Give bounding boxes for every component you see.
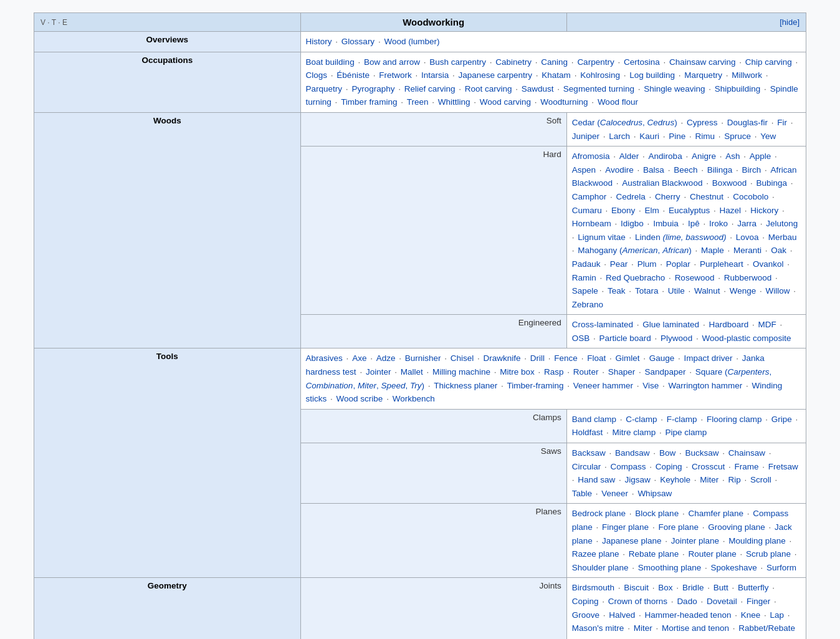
occupations-row: Occupations Boat building · Bow and arro… [34,52,806,112]
vte-label: V · T · E [34,13,301,32]
woods-hard-content: Afromosia · Alder · Andiroba · Anigre · … [566,147,806,315]
hide-button[interactable]: [hide] [566,13,806,32]
overviews-row: Overviews History · Glossary · Wood (lum… [34,32,806,52]
woods-header: Woods [34,112,301,348]
header-row: V · T · E Woodworking [hide] [34,13,806,32]
woodworking-navbox: V · T · E Woodworking [hide] Overviews H… [34,12,806,639]
woods-engineered-label: Engineered [300,315,566,348]
tools-main-content: Abrasives · Axe · Adze · Burnisher · Chi… [300,348,806,409]
geometry-joints-row: Geometry Joints Birdsmouth · Biscuit · B… [34,578,806,639]
tools-saws-label: Saws [300,443,566,504]
geometry-joints-content: Birdsmouth · Biscuit · Box · Bridle · Bu… [566,578,806,639]
overviews-header: Overviews [34,32,301,52]
occupations-content: Boat building · Bow and arrow · Bush car… [300,52,806,112]
woods-soft-label: Soft [300,112,566,146]
occupations-header: Occupations [34,52,301,112]
woods-soft-content: Cedar (Calocedrus, Cedrus) · Cypress · D… [566,112,806,146]
woods-soft-row: Woods Soft Cedar (Calocedrus, Cedrus) · … [34,112,806,146]
woods-hard-label: Hard [300,147,566,315]
tools-saws-content: Backsaw · Bandsaw · Bow · Bucksaw · Chai… [566,443,806,504]
geometry-header: Geometry [34,578,301,639]
tools-planes-content: Bedrock plane · Block plane · Chamfer pl… [566,504,806,578]
tools-planes-label: Planes [300,504,566,578]
woods-engineered-content: Cross-laminated · Glue laminated · Hardb… [566,315,806,348]
tools-clamps-content: Band clamp · C-clamp · F-clamp · Floorin… [566,409,806,443]
tools-clamps-label: Clamps [300,409,566,443]
table-title: Woodworking [300,13,566,32]
overviews-content: History · Glossary · Wood (lumber) [300,32,806,52]
tools-main-row: Tools Abrasives · Axe · Adze · Burnisher… [34,348,806,409]
geometry-joints-label: Joints [300,578,566,639]
tools-header: Tools [34,348,301,578]
